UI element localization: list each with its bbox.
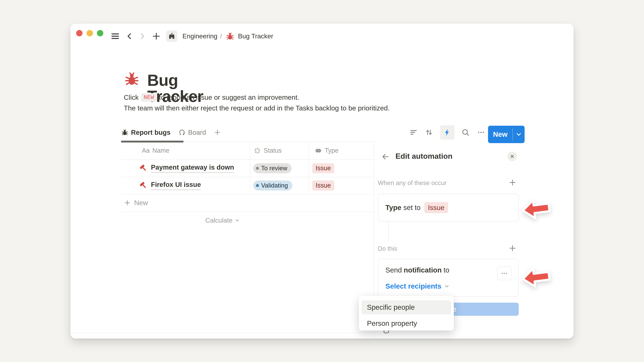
nav-forward-button[interactable] <box>138 32 146 40</box>
tab-board[interactable]: Board <box>178 129 206 136</box>
recipient-dropdown-menu: Specific people Person property <box>359 296 454 331</box>
column-header-name[interactable]: Aa Name <box>142 142 170 160</box>
trigger-text: Type set to Issue <box>386 194 448 221</box>
table-row[interactable]: Firefox UI issue <box>139 177 201 194</box>
row-name-link[interactable]: Payment gateway is down <box>151 164 234 173</box>
column-border <box>250 142 250 194</box>
app-window: Engineering / Bug Tracker Bug Tracker Cl… <box>70 24 574 339</box>
content-bottom-border <box>70 333 374 333</box>
top-navigation-bar: Engineering / Bug Tracker <box>110 31 273 42</box>
row-border <box>121 194 374 194</box>
annotation-arrow-icon <box>520 264 552 291</box>
column-header-label: Type <box>325 147 338 154</box>
traffic-light-close-button[interactable] <box>76 30 82 36</box>
description-text: The team will then either reject the req… <box>124 104 390 112</box>
action-section-label: Do this <box>378 245 397 252</box>
description-line-2: The team will then either reject the req… <box>124 103 390 113</box>
dropdown-item-specific-people[interactable]: Specific people <box>362 300 451 314</box>
trigger-property: Type <box>386 204 401 212</box>
nav-back-button[interactable] <box>125 32 134 40</box>
panel-back-button[interactable] <box>381 152 390 161</box>
lightning-icon <box>443 128 452 137</box>
space-invader-icon <box>314 147 322 154</box>
tab-report-bugs[interactable]: Report bugs <box>121 129 170 136</box>
chevron-down-icon <box>444 283 450 289</box>
description-line-1: Click NEW to report an issue or suggest … <box>124 93 299 102</box>
search-button[interactable] <box>461 128 470 137</box>
description-text: Click <box>124 93 139 101</box>
sort-button[interactable] <box>425 128 433 137</box>
status-label: Validating <box>261 182 288 189</box>
board-view-icon <box>178 129 186 136</box>
action-text-part: to <box>444 266 449 274</box>
panel-title: Edit automation <box>396 152 452 161</box>
add-trigger-button[interactable] <box>508 178 516 187</box>
trigger-section-label: When any of these occur <box>378 179 446 187</box>
view-tabs: Report bugs Board <box>121 125 221 140</box>
flow-connector-line <box>388 222 388 241</box>
add-view-button[interactable] <box>214 129 221 136</box>
row-name-link[interactable]: Firefox UI issue <box>151 181 201 190</box>
trigger-value-chip: Issue <box>424 202 448 213</box>
database-toolbar <box>409 125 485 140</box>
breadcrumb-page[interactable]: Bug Tracker <box>238 32 273 40</box>
plus-icon <box>124 199 131 206</box>
sidebar-menu-button[interactable] <box>110 31 120 41</box>
column-border <box>308 142 309 194</box>
column-header-type[interactable]: Type <box>314 142 338 160</box>
calculate-dropdown[interactable]: Calculate <box>205 216 240 225</box>
column-header-status[interactable]: Status <box>254 142 282 160</box>
automation-button[interactable] <box>440 125 454 140</box>
annotation-arrow-icon <box>520 196 552 223</box>
add-row-button[interactable]: New <box>124 194 148 212</box>
new-record-label[interactable]: New <box>488 126 512 143</box>
breadcrumb-separator: / <box>220 32 222 40</box>
building-icon <box>168 32 176 40</box>
status-cell[interactable]: Validating <box>253 177 292 194</box>
description-text: to report an issue or suggest an improve… <box>159 93 299 101</box>
new-record-dropdown-button[interactable] <box>513 126 524 143</box>
trigger-middle-text: set to <box>403 204 420 212</box>
status-burst-icon <box>254 147 261 154</box>
column-header-label: Status <box>264 147 282 154</box>
table-row[interactable]: Payment gateway is down <box>139 160 234 177</box>
bug-icon <box>226 32 234 41</box>
new-code-chip: NEW <box>141 93 157 102</box>
row-border <box>121 212 374 212</box>
new-page-button[interactable] <box>152 31 161 41</box>
tab-label: Board <box>188 129 206 136</box>
add-row-label: New <box>134 199 148 207</box>
calculate-label: Calculate <box>205 217 232 224</box>
page-background: { "breadcrumb": { "workspace": "Engineer… <box>0 0 644 362</box>
type-tag: Issue <box>312 180 334 191</box>
action-text-bold: notification <box>404 266 442 274</box>
action-text-part: Send <box>386 266 402 274</box>
select-recipients-dropdown[interactable]: Select recipients <box>386 282 450 290</box>
filter-button[interactable] <box>409 128 418 137</box>
traffic-light-zoom-button[interactable] <box>97 30 103 36</box>
add-action-button[interactable] <box>508 244 516 252</box>
select-recipients-label: Select recipients <box>386 282 442 290</box>
more-options-button[interactable] <box>477 128 485 137</box>
status-dot <box>256 167 259 170</box>
trigger-card[interactable]: Type set to Issue <box>378 194 519 222</box>
panel-close-button[interactable] <box>507 151 517 161</box>
status-cell[interactable]: To review <box>253 160 292 177</box>
type-cell[interactable]: Issue <box>312 177 334 194</box>
breadcrumb-workspace[interactable]: Engineering <box>182 32 217 40</box>
status-pill: Validating <box>253 180 292 191</box>
page-bug-icon[interactable] <box>124 71 140 87</box>
traffic-light-minimize-button[interactable] <box>86 30 93 36</box>
action-card[interactable]: Send notification to Select recipients <box>378 259 519 297</box>
status-label: To review <box>261 165 287 172</box>
action-more-button[interactable] <box>497 267 511 280</box>
new-record-button[interactable]: New <box>488 126 524 143</box>
status-dot <box>256 184 259 187</box>
hammer-icon <box>139 181 148 190</box>
type-cell[interactable]: Issue <box>312 160 334 177</box>
workspace-chip[interactable] <box>166 30 178 42</box>
column-header-label: Name <box>152 147 169 154</box>
dropdown-item-person-property[interactable]: Person property <box>362 317 451 331</box>
text-property-icon: Aa <box>142 147 150 154</box>
hammer-icon <box>139 164 148 173</box>
